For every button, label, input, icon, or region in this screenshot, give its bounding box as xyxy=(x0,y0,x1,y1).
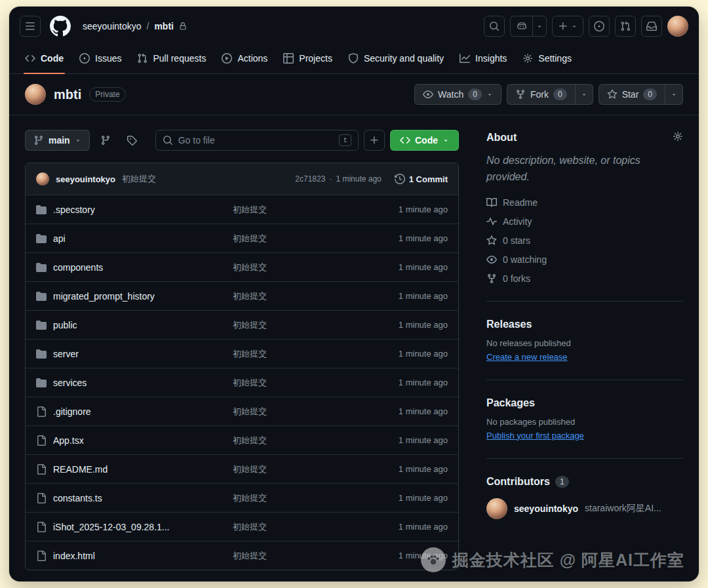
file-commit-message[interactable]: 初始提交 xyxy=(233,435,349,446)
tab-label: Pull requests xyxy=(153,53,206,64)
caret-down-icon xyxy=(581,91,587,98)
search-icon xyxy=(163,135,173,146)
create-release-link[interactable]: Create a new release xyxy=(486,352,568,362)
file-name-link[interactable]: index.html xyxy=(53,551,95,561)
meta-link-label: Activity xyxy=(503,216,532,227)
file-commit-message[interactable]: 初始提交 xyxy=(233,233,349,245)
file-row[interactable]: .gitignore 初始提交 1 minute ago xyxy=(26,397,458,425)
nav-tab[interactable]: Issues xyxy=(71,43,129,73)
user-avatar[interactable] xyxy=(667,16,688,37)
file-commit-message[interactable]: 初始提交 xyxy=(233,406,349,418)
app-header: seeyouintokyo / mbti xyxy=(9,7,699,43)
file-name-link[interactable]: .specstory xyxy=(53,205,95,215)
file-name-link[interactable]: server xyxy=(53,349,79,359)
file-commit-message[interactable]: 初始提交 xyxy=(233,521,349,533)
repo-action-dropdown-button[interactable] xyxy=(665,84,683,105)
file-name-link[interactable]: constants.ts xyxy=(53,493,102,503)
repo-sidebar: About No description, website, or topics… xyxy=(486,130,683,570)
nav-tab[interactable]: Pull requests xyxy=(129,43,214,73)
file-commit-time: 1 minute ago xyxy=(349,378,448,387)
hamburger-icon xyxy=(25,21,35,31)
goto-file-input[interactable] xyxy=(178,135,334,146)
file-name-link[interactable]: components xyxy=(53,262,103,273)
file-commit-message[interactable]: 初始提交 xyxy=(233,319,349,331)
repo-owner-avatar[interactable] xyxy=(25,84,46,105)
branch-name: main xyxy=(49,135,70,146)
notifications-button[interactable] xyxy=(641,16,662,37)
commit-message[interactable]: 初始提交 xyxy=(122,173,156,185)
file-name-link[interactable]: migrated_prompt_history xyxy=(53,291,155,302)
sidebar-meta-link[interactable]: Activity xyxy=(486,216,683,227)
file-row[interactable]: constants.ts 初始提交 1 minute ago xyxy=(26,483,458,512)
code-button[interactable]: Code xyxy=(390,130,459,151)
github-logo[interactable] xyxy=(50,16,71,37)
repo-action-button[interactable]: Star 0 xyxy=(599,84,665,105)
nav-tab[interactable]: Actions xyxy=(214,43,275,73)
file-row[interactable]: public 初始提交 1 minute ago xyxy=(26,310,458,339)
file-commit-message[interactable]: 初始提交 xyxy=(233,463,349,475)
file-commit-message[interactable]: 初始提交 xyxy=(233,262,349,273)
sidebar-meta-link[interactable]: 0 forks xyxy=(486,273,683,284)
releases-heading: Releases xyxy=(486,319,683,330)
sidebar-meta-link[interactable]: 0 watching xyxy=(486,254,683,265)
pull-requests-button[interactable] xyxy=(615,16,636,37)
caret-down-icon xyxy=(442,137,449,144)
nav-tab[interactable]: Code xyxy=(17,43,71,73)
file-commit-message[interactable]: 初始提交 xyxy=(233,290,349,302)
file-row[interactable]: server 初始提交 1 minute ago xyxy=(26,339,458,368)
file-name-link[interactable]: api xyxy=(53,233,66,244)
file-commit-message[interactable]: 初始提交 xyxy=(233,550,349,562)
file-commit-message[interactable]: 初始提交 xyxy=(233,204,349,216)
search-button[interactable] xyxy=(484,16,505,37)
file-row[interactable]: iShot_2025-12-03_09.28.1... 初始提交 1 minut… xyxy=(26,512,458,541)
publish-package-link[interactable]: Publish your first package xyxy=(486,431,584,441)
file-name-link[interactable]: App.tsx xyxy=(53,435,84,446)
hamburger-button[interactable] xyxy=(20,16,41,37)
about-settings-button[interactable] xyxy=(673,131,683,144)
file-name-link[interactable]: README.md xyxy=(53,464,108,475)
file-row[interactable]: App.tsx 初始提交 1 minute ago xyxy=(26,425,458,454)
commit-author-avatar[interactable] xyxy=(36,172,49,186)
file-type-icon xyxy=(36,205,47,215)
file-row[interactable]: .specstory 初始提交 1 minute ago xyxy=(26,195,458,224)
sidebar-meta-link[interactable]: 0 stars xyxy=(486,235,683,246)
contributor-link[interactable]: seeyouintokyo staraiwork阿星AI... xyxy=(486,498,683,519)
branch-selector[interactable]: main xyxy=(25,130,90,151)
file-name-link[interactable]: .gitignore xyxy=(53,406,91,417)
issues-button[interactable] xyxy=(589,16,610,37)
copilot-button[interactable] xyxy=(510,16,532,37)
create-new-button[interactable] xyxy=(552,16,583,37)
add-file-button[interactable] xyxy=(364,130,385,151)
breadcrumb-repo[interactable]: mbti xyxy=(154,21,174,31)
file-commit-message[interactable]: 初始提交 xyxy=(233,377,349,389)
file-row[interactable]: migrated_prompt_history 初始提交 1 minute ag… xyxy=(26,281,458,310)
tags-button[interactable] xyxy=(121,130,142,151)
nav-tab[interactable]: Projects xyxy=(275,43,340,73)
file-name-link[interactable]: iShot_2025-12-03_09.28.1... xyxy=(53,522,169,532)
file-row[interactable]: api 初始提交 1 minute ago xyxy=(26,224,458,252)
file-row[interactable]: index.html 初始提交 1 minute ago xyxy=(26,541,458,570)
commit-count-link[interactable]: 1 Commit xyxy=(395,174,448,184)
file-commit-message[interactable]: 初始提交 xyxy=(233,348,349,360)
file-row[interactable]: README.md 初始提交 1 minute ago xyxy=(26,454,458,483)
nav-tab[interactable]: Security and quality xyxy=(340,43,452,73)
file-name-link[interactable]: public xyxy=(53,320,77,330)
repo-action-dropdown-button[interactable] xyxy=(575,84,593,105)
file-name-cell: index.html xyxy=(36,551,233,561)
file-name-link[interactable]: services xyxy=(53,378,87,388)
nav-tab[interactable]: Insights xyxy=(452,43,515,73)
commit-author[interactable]: seeyouintokyo xyxy=(56,174,115,184)
meta-link-label: Readme xyxy=(503,197,538,208)
file-commit-message[interactable]: 初始提交 xyxy=(233,492,349,504)
releases-empty-text: No releases published xyxy=(486,338,683,348)
nav-tab[interactable]: Settings xyxy=(515,43,580,73)
sidebar-meta-link[interactable]: Readme xyxy=(486,197,683,208)
breadcrumb-owner[interactable]: seeyouintokyo xyxy=(83,21,142,31)
copilot-dropdown-button[interactable] xyxy=(532,16,547,37)
file-row[interactable]: components 初始提交 1 minute ago xyxy=(26,252,458,281)
commit-hash[interactable]: 2c71823 xyxy=(295,174,325,184)
file-row[interactable]: services 初始提交 1 minute ago xyxy=(26,368,458,397)
repo-action-button[interactable]: Watch 0 xyxy=(414,84,502,105)
branches-button[interactable] xyxy=(95,130,116,151)
repo-action-button[interactable]: Fork 0 xyxy=(507,84,576,105)
